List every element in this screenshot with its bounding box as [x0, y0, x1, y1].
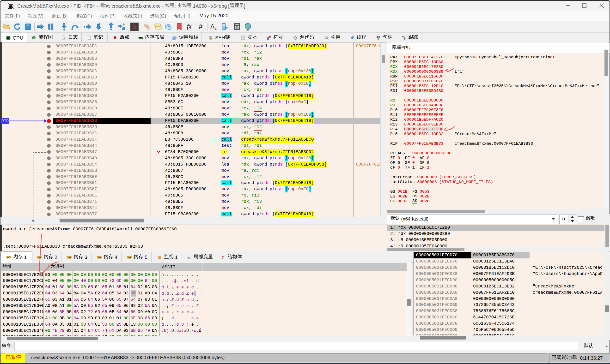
svg-text:!: !: [211, 38, 211, 40]
svg-text:fx: fx: [187, 23, 192, 30]
svg-text:A: A: [210, 23, 215, 30]
svg-text:S: S: [133, 23, 136, 30]
svg-text:z: z: [215, 26, 217, 30]
svg-text:#: #: [199, 23, 203, 30]
svg-text:x=: x=: [188, 257, 190, 259]
